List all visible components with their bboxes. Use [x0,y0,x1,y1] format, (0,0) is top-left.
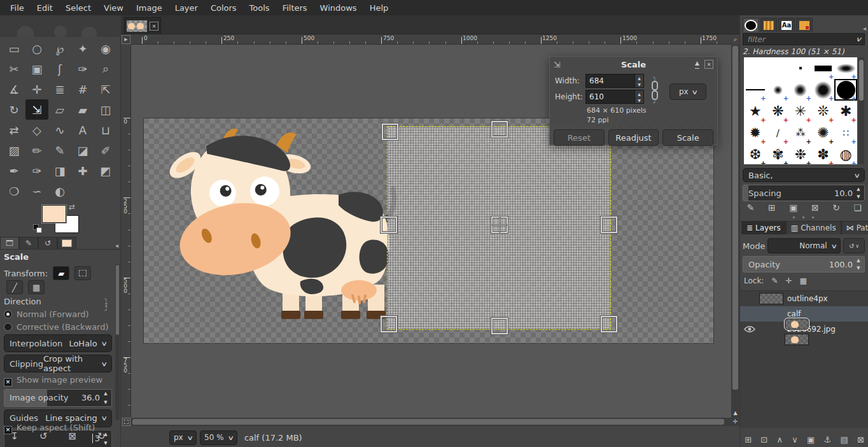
zoom-dropdown[interactable]: 50 % ∨ [200,430,237,445]
text-tool[interactable]: A [71,120,94,140]
menu-tools[interactable]: Tools [243,1,276,15]
direction-normal-option[interactable]: Normal (Forward) [4,309,112,319]
brush-thumbnail[interactable] [767,57,790,79]
chain-link-icon[interactable]: ┐ ┘ [647,74,663,108]
transform-layer-button[interactable]: ▰ [53,266,69,280]
move-tool[interactable]: ✛ [25,79,48,99]
blur-sharpen-tool[interactable]: ❍ [3,181,25,201]
visibility-eye-icon[interactable] [740,325,759,333]
transform-handle-bottom-left[interactable] [381,316,397,332]
mode-options-button[interactable]: ↺∨ [843,238,865,253]
brush-filter-input[interactable]: filter ∨ [743,33,865,45]
layer-row-outline4px[interactable]: outline4px [740,291,868,306]
height-field[interactable]: 610 ▲▼ [585,90,644,104]
anchor-layer-icon[interactable]: ⚓ [824,435,832,444]
transform-pivot-handle[interactable] [491,216,508,233]
direction-corrective-option[interactable]: Corrective (Backward) [4,322,112,332]
restore-tool-preset-icon[interactable]: ↺ [39,430,48,442]
clipping-select[interactable]: Clipping Crop with aspect ∨ [4,355,112,372]
brush-thumbnail[interactable] [834,57,857,79]
clone-tool[interactable]: ◨ [48,160,71,181]
quick-mask-toggle[interactable] [122,418,130,426]
tab-document-history[interactable] [796,18,813,32]
open-brush-as-image-icon[interactable]: ❏ [854,202,862,213]
smudge-tool[interactable]: ∽ [25,181,48,201]
menu-windows[interactable]: Windows [314,1,363,15]
menu-edit[interactable]: Edit [31,1,59,15]
detach-dialog-icon[interactable]: ▲ [695,60,699,69]
transform-selection-button[interactable]: ▫ [74,266,91,280]
vertical-scrollbar[interactable]: ▲ [731,45,739,418]
foreground-select-tool[interactable]: ▣ [25,59,48,79]
image-opacity-slider[interactable]: Image opacity 36.0 ▲▼ [4,389,112,407]
brush-thumbnail[interactable] [744,101,767,122]
menu-select[interactable]: Select [59,1,97,15]
cage-transform-tool[interactable]: ◇ [25,120,48,140]
crop-tool[interactable]: # [71,79,94,99]
brush-thumbnail[interactable] [834,144,857,164]
ink-tool[interactable]: ✒ [3,160,25,181]
color-picker-tool[interactable]: ✑ [71,59,94,79]
transform-path-button[interactable]: ╱ [6,280,23,294]
paintbrush-tool[interactable]: ✎ [48,140,71,160]
new-brush-icon[interactable]: ⊞ [768,202,776,213]
zoom-tool[interactable]: ⌕ [94,59,117,79]
brush-thumbnail[interactable] [767,101,790,122]
tab-tool-options[interactable]: 🗖 [0,237,19,249]
vertical-scrollbar-thumb[interactable] [732,46,738,390]
menu-layer[interactable]: Layer [169,1,204,15]
layer-row-calf[interactable]: calf [740,306,868,322]
horizontal-scrollbar-thumb[interactable] [132,419,724,425]
brush-thumbnail[interactable] [789,57,812,79]
tab-channels[interactable]: ▥Channels [786,221,841,234]
menu-image[interactable]: Image [130,1,169,15]
navigation-icon[interactable]: ✛ [731,418,739,426]
paths-tool[interactable]: ʃ [48,59,71,79]
brush-thumbnail-selected[interactable] [834,79,857,101]
shear-tool[interactable]: ▱ [48,99,71,120]
show-image-preview-checkbox[interactable]: ✕ [4,378,12,387]
transform-handle-middle-left[interactable] [381,216,397,233]
spacing-slider[interactable]: Spacing 10.0 ▲▼ [743,185,865,201]
eraser-tool[interactable]: ◪ [71,140,94,160]
brush-thumbnail[interactable] [744,79,767,101]
width-field[interactable]: 684 ▲▼ [585,74,644,88]
zoom-follow-window-icon[interactable]: ⌕ [731,34,739,45]
measure-tool[interactable]: ∡ [3,79,25,99]
raise-layer-icon[interactable]: ∧ [776,435,783,444]
gradient-tool[interactable]: ▨ [3,140,25,160]
fuzzy-select-tool[interactable]: ✦ [71,38,94,59]
width-spin[interactable]: ▲▼ [634,74,643,87]
duplicate-brush-icon[interactable]: ▣ [789,202,797,213]
swap-colors-icon[interactable]: ⇄ [69,202,75,211]
brush-grid-scrollbar[interactable] [858,57,864,164]
delete-layer-icon[interactable]: ⊠ [857,435,864,444]
brush-thumbnail[interactable] [767,79,790,101]
brush-thumbnail[interactable] [834,122,857,144]
brush-thumbnail[interactable] [767,144,790,164]
scale-dialog-titlebar[interactable]: ⇲ Scale ▲ ✕ [550,57,717,72]
save-tool-preset-icon[interactable]: ↧ [10,430,18,442]
image-canvas[interactable] [143,118,714,344]
menu-view[interactable]: View [97,1,130,15]
menu-filters[interactable]: Filters [276,1,314,15]
brush-grid[interactable] [744,57,857,164]
brush-thumbnail[interactable] [767,122,790,144]
direction-normal-radio[interactable] [4,310,12,318]
tab-device-status[interactable]: ✎ [19,237,38,249]
brush-thumbnail[interactable] [789,101,812,122]
reset-button[interactable]: Reset [554,129,605,146]
scroll-down-icon[interactable]: ▲ [731,409,739,418]
free-select-tool[interactable]: ℘ [48,38,71,59]
perspective-clone-tool[interactable]: ◩ [94,160,117,181]
menu-colors[interactable]: Colors [204,1,243,15]
transform-handle-bottom-right[interactable] [601,316,617,332]
interpolation-select[interactable]: Interpolation LoHalo ∨ [4,334,112,352]
height-spin[interactable]: ▲▼ [634,90,643,103]
brush-thumbnail[interactable] [834,101,857,122]
tab-paths[interactable]: ⋈Paths [841,221,868,234]
brush-thumbnail[interactable] [812,101,835,122]
brush-thumbnail[interactable] [812,57,835,79]
mode-select[interactable]: Normal ∨ [767,238,841,253]
readjust-button[interactable]: Readjust [608,129,659,146]
